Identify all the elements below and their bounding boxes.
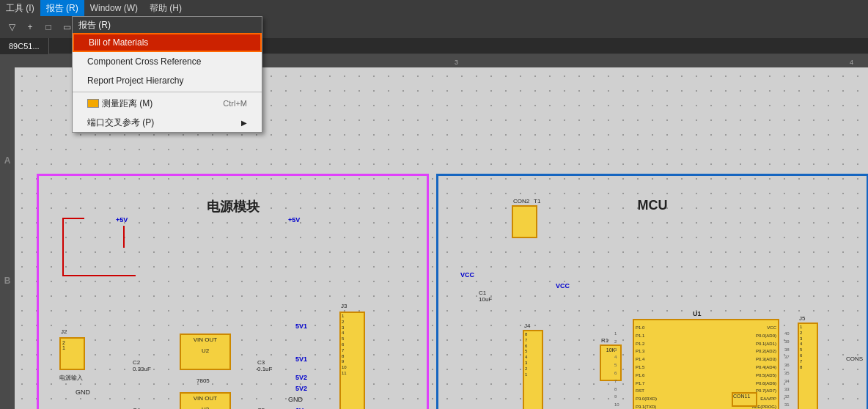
ic-u3: VIN OUT U3 xyxy=(180,392,231,409)
zone-a: A xyxy=(4,155,11,166)
r1-label: R1 xyxy=(601,337,608,344)
u1-mcu-chip: U1 P1.0P1.1P1.2P1.3P1.4P1.5P1.6P1.7RSTP3… xyxy=(633,319,779,409)
j2-desc: 电源输入 xyxy=(59,374,83,382)
ruler-num-3: 3 xyxy=(455,59,458,66)
con2-label: CON2 xyxy=(513,198,529,204)
ic-7805-label: VIN OUT xyxy=(181,335,229,344)
gnd-label-3: GND xyxy=(288,396,303,403)
j3-label: J3 xyxy=(341,303,347,309)
component-cross-ref-label: Component Cross Reference xyxy=(87,56,201,67)
u1-label: U1 xyxy=(693,310,702,317)
5v1-label-2: 5V1 xyxy=(295,355,307,363)
5v1-label-1: 5V1 xyxy=(295,323,307,330)
mcu-pin-nums-right: 4039383736353433323130292827262524 xyxy=(784,330,790,409)
toolbar-add-btn[interactable]: + xyxy=(22,19,38,35)
j4-pins: 87654321 xyxy=(524,331,542,378)
tab-schematic[interactable]: 89C51... xyxy=(0,38,49,54)
menu-report[interactable]: 报告 (R) xyxy=(40,0,84,16)
port-cross-ref-item[interactable]: 端口交叉参考 (P) ▶ xyxy=(73,113,262,132)
measure-shortcut: Ctrl+M xyxy=(223,99,247,108)
j2-label: J2 xyxy=(61,328,67,335)
wire-5v-1 xyxy=(123,226,125,248)
pwr-5v-2: +5V xyxy=(288,216,300,224)
ic-u3-label: VIN OUT xyxy=(181,394,229,403)
menu-help[interactable]: 帮助 (H) xyxy=(144,0,188,16)
port-cross-ref-label: 端口交叉参考 (P) xyxy=(87,117,154,129)
toolbar-filter-btn[interactable]: ▽ xyxy=(4,19,20,35)
7805-text: 7805 xyxy=(196,377,210,384)
report-project-hierarchy-item[interactable]: Report Project Hierarchy xyxy=(73,71,262,90)
ruler-left: A B xyxy=(0,54,15,409)
cons-label: CONS xyxy=(846,355,863,362)
j4-connector: J4 87654321 xyxy=(523,330,543,409)
ic-u3-name: U3 xyxy=(181,406,229,409)
j3-connector: J3 1234567891011 xyxy=(339,312,365,409)
j5-pins: 12345678 xyxy=(799,324,817,371)
j5-connector: J5 12345678 xyxy=(798,323,818,409)
bill-of-materials-item[interactable]: Bill of Materials xyxy=(73,33,262,52)
menubar: 工具 (I) 报告 (R) Window (W) 帮助 (H) xyxy=(0,0,868,16)
c1-label: C110uF xyxy=(479,290,492,303)
5v2-label-2: 5V2 xyxy=(295,385,307,392)
mcu-module-label: MCU xyxy=(638,198,668,213)
component-cross-ref-item[interactable]: Component Cross Reference xyxy=(73,52,262,71)
j4-label: J4 xyxy=(524,323,530,329)
report-dropdown: 报告 (R) Bill of Materials Component Cross… xyxy=(72,16,262,133)
dropdown-header: 报告 (R) xyxy=(73,17,262,33)
zone-b: B xyxy=(4,276,11,286)
wire-h-2 xyxy=(62,275,136,276)
c2-label: C20.33uF xyxy=(133,359,151,372)
dropdown-separator xyxy=(73,92,262,92)
5v2-label-1: 5V2 xyxy=(295,374,307,381)
t1-label: T1 xyxy=(534,198,540,204)
bill-of-materials-label: Bill of Materials xyxy=(89,37,148,48)
ruler-num-4: 4 xyxy=(850,59,853,66)
submenu-arrow-icon: ▶ xyxy=(241,119,247,127)
menu-window[interactable]: Window (W) xyxy=(84,0,144,16)
con2-connector: CON2 xyxy=(512,205,537,238)
ic-7805-name: U2 xyxy=(181,347,229,354)
con11-connector: CON11 xyxy=(732,392,757,407)
measure-distance-label: 测量距离 (M) xyxy=(102,97,152,110)
j3-pins: 1234567891011 xyxy=(341,313,364,377)
vcc-label-2: VCC xyxy=(556,282,570,290)
power-module-box: 电源模块 +5V +5V J2 21 电源输入 GND C20.33uF VIN… xyxy=(37,174,429,409)
measure-icon xyxy=(87,99,99,108)
wire-v-1 xyxy=(62,218,64,276)
ic-7805: VIN OUT U2 xyxy=(180,334,231,370)
mcu-pins-left: P1.0P1.1P1.2P1.3P1.4P1.5P1.6P1.7RSTP3.0(… xyxy=(636,324,657,409)
vcc-label-1: VCC xyxy=(460,271,474,279)
j2-text: 21 xyxy=(61,339,84,352)
mcu-module-box: MCU CON2 T1 C110uF VCC VCC J4 87654321 R… xyxy=(436,174,868,409)
pwr-5v-1: +5V xyxy=(116,216,128,224)
measure-distance-item[interactable]: 测量距离 (M) Ctrl+M xyxy=(73,94,262,113)
menu-tools[interactable]: 工具 (I) xyxy=(0,0,40,16)
wire-h-1 xyxy=(62,218,84,219)
j5-label: J5 xyxy=(799,315,805,322)
mcu-pin-nums-left: 1234567891011121314151617 xyxy=(614,330,619,409)
con11-label: CON11 xyxy=(733,394,756,399)
toolbar-rect-btn[interactable]: □ xyxy=(40,19,56,35)
j2-connector: J2 21 xyxy=(59,337,85,370)
gnd-label-1: GND xyxy=(76,388,90,396)
report-project-hierarchy-label: Report Project Hierarchy xyxy=(87,75,183,86)
power-module-label: 电源模块 xyxy=(207,198,260,215)
c3-label: C30.1uF xyxy=(257,359,272,372)
